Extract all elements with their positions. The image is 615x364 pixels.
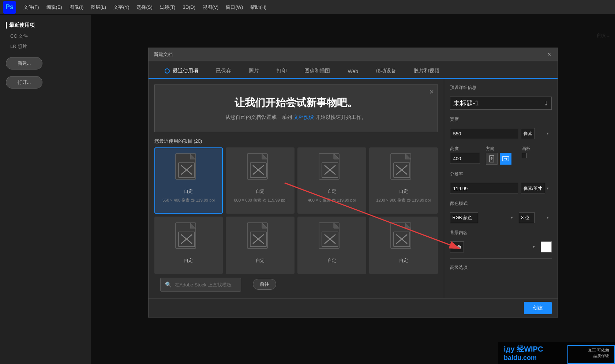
- watermark-slogan: 真正 可依赖 品质保证: [588, 348, 609, 359]
- recent-item[interactable]: 自定 800 × 600 像素 @ 119.99 ppi: [226, 147, 295, 214]
- tab-print[interactable]: 打印: [268, 64, 296, 79]
- recent-item[interactable]: 自定 400 × 3 像素 @ 119.99 ppi: [297, 147, 366, 214]
- recent-item[interactable]: 自定: [369, 217, 438, 274]
- bg-color-preview[interactable]: [541, 241, 552, 252]
- tab-film[interactable]: 胶片和视频: [405, 64, 448, 79]
- dialog-title-bar: 新建文档 ×: [149, 48, 558, 61]
- tab-mobile[interactable]: 移动设备: [367, 64, 405, 79]
- orientation-label: 方向: [486, 146, 516, 152]
- resolution-unit-select[interactable]: 像素/英寸 像素/厘米: [521, 183, 545, 194]
- tab-illustration[interactable]: 图稿和插图: [296, 64, 339, 79]
- portrait-button[interactable]: [486, 153, 498, 165]
- menu-text[interactable]: 文字(Y): [110, 3, 132, 12]
- resolution-label: 分辨率: [450, 171, 552, 177]
- welcome-title: 让我们开始尝试新事物吧。: [169, 96, 423, 110]
- recent-item-name: 自定: [184, 188, 193, 195]
- dialog-close-button[interactable]: ×: [546, 51, 553, 58]
- watermark-baidu: baidu.com: [504, 354, 537, 362]
- preset-section-title: 预设详细信息: [450, 85, 552, 91]
- sidebar-lr-photos[interactable]: LR 照片: [6, 42, 85, 50]
- recent-item[interactable]: 自定: [226, 217, 295, 274]
- watermark-brand: iду 经WIPC baidu.com: [504, 344, 543, 362]
- bit-depth-select[interactable]: 8 位 16 位 32 位: [519, 212, 535, 223]
- menu-window[interactable]: 窗口(W): [223, 3, 246, 12]
- recent-item-desc: 400 × 3 像素 @ 119.99 ppi: [308, 198, 356, 203]
- file-icon: [317, 222, 346, 255]
- recent-item-name: 自定: [399, 188, 408, 195]
- new-document-dialog: 新建文档 × 最近使用项 已保存 照片 打印 图稿和插图 Web 移动设备 胶片…: [148, 48, 558, 318]
- recent-item[interactable]: 自定: [154, 217, 223, 274]
- ps-logo: Ps: [3, 1, 16, 14]
- recent-item[interactable]: 自定 550 × 400 像素 @ 119.99 ppi: [154, 147, 223, 214]
- sidebar-cc-files[interactable]: CC 文件: [6, 32, 85, 40]
- recent-item-name: 自定: [256, 258, 265, 264]
- recent-item-name: 自定: [327, 258, 336, 264]
- file-icon: [389, 153, 418, 185]
- bg-content-select[interactable]: 白色 黑色 透明: [450, 241, 464, 252]
- menu-filter[interactable]: 滤镜(T): [157, 3, 179, 12]
- artboard-checkbox[interactable]: [522, 153, 527, 158]
- menu-image[interactable]: 图像(I): [67, 3, 86, 12]
- recent-item[interactable]: 自定 1200 × 900 像素 @ 119.99 ppi: [369, 147, 438, 214]
- file-icon: [317, 153, 346, 185]
- watermark-text1: 真正 可依赖: [588, 348, 609, 353]
- resolution-unit-wrapper: 像素/英寸 像素/厘米: [521, 183, 552, 194]
- menu-select[interactable]: 选择(S): [134, 3, 155, 12]
- right-panel: 预设详细信息 未标题-1 ⤓ 宽度 像素 厘米: [444, 79, 558, 298]
- go-button[interactable]: 前往: [253, 279, 276, 290]
- open-button[interactable]: 打开...: [6, 76, 42, 89]
- recent-item[interactable]: 自定: [297, 217, 366, 274]
- menu-help[interactable]: 帮助(H): [247, 3, 269, 12]
- file-icon: [174, 153, 203, 185]
- menu-edit[interactable]: 编辑(E): [44, 3, 65, 12]
- preset-name-display: 未标题-1 ⤓: [450, 97, 552, 110]
- file-icon: [174, 222, 203, 255]
- new-button[interactable]: 新建...: [6, 57, 42, 70]
- tab-saved[interactable]: 已保存: [207, 64, 240, 79]
- recent-grid: 自定 550 × 400 像素 @ 119.99 ppi: [149, 147, 444, 274]
- section-divider: [450, 258, 552, 259]
- preset-name-row: 未标题-1 ⤓: [450, 97, 552, 110]
- advanced-options-label[interactable]: 高级选项: [450, 264, 552, 271]
- doc-preset-link[interactable]: 文档预设: [293, 114, 314, 120]
- recent-item-desc: 550 × 400 像素 @ 119.99 ppi: [162, 198, 215, 203]
- tab-web[interactable]: Web: [339, 65, 367, 79]
- recent-header: 您最近使用的项目 (20): [149, 138, 444, 147]
- color-mode-select[interactable]: RGB 颜色 CMYK 颜色 灰度: [450, 212, 478, 223]
- create-button[interactable]: 创建: [524, 302, 552, 314]
- recent-item-name: 自定: [184, 258, 193, 264]
- width-input[interactable]: [450, 128, 518, 139]
- color-mode-wrapper: RGB 颜色 CMYK 颜色 灰度: [450, 212, 516, 223]
- width-unit-select[interactable]: 像素 厘米 毫米: [521, 128, 535, 139]
- resolution-row: 像素/英寸 像素/厘米: [450, 183, 552, 194]
- file-icon: [245, 153, 275, 185]
- menu-view[interactable]: 视图(V): [200, 3, 221, 12]
- search-input[interactable]: [175, 282, 236, 288]
- bg-content-label: 背景内容: [450, 230, 552, 236]
- search-icon: 🔍: [165, 281, 172, 288]
- file-icon: [245, 222, 275, 255]
- width-unit-wrapper: 像素 厘米 毫米: [521, 128, 552, 139]
- landscape-button[interactable]: [500, 153, 511, 165]
- welcome-close-button[interactable]: ✕: [429, 89, 434, 95]
- resolution-input[interactable]: [450, 183, 518, 194]
- height-label: 高度: [450, 146, 480, 152]
- welcome-subtitle: 从您自己的文档设置或一系列 文档预设 开始以快速开始工作。: [169, 114, 423, 121]
- recent-item-desc: 800 × 600 像素 @ 119.99 ppi: [234, 198, 286, 203]
- dialog-title: 新建文档: [154, 51, 173, 58]
- menu-layer[interactable]: 图层(L): [88, 3, 109, 12]
- tab-recent[interactable]: 最近使用项: [156, 64, 207, 79]
- menu-3d[interactable]: 3D(D): [180, 3, 198, 11]
- height-orientation-row: 高度 方向: [450, 143, 552, 165]
- height-input[interactable]: [450, 153, 480, 164]
- bg-content-wrapper: 白色 黑色 透明: [450, 241, 538, 252]
- orientation-row: [486, 153, 516, 165]
- color-mode-label: 颜色模式: [450, 200, 552, 207]
- menu-file[interactable]: 文件(F): [20, 3, 42, 12]
- tab-photo[interactable]: 照片: [240, 64, 268, 79]
- save-preset-icon[interactable]: ⤓: [544, 100, 548, 107]
- width-label: 宽度: [450, 116, 552, 123]
- sidebar-section-title: 最近使用项: [6, 22, 85, 29]
- bit-depth-wrapper: 8 位 16 位 32 位: [519, 212, 552, 223]
- recent-item-name: 自定: [256, 188, 265, 195]
